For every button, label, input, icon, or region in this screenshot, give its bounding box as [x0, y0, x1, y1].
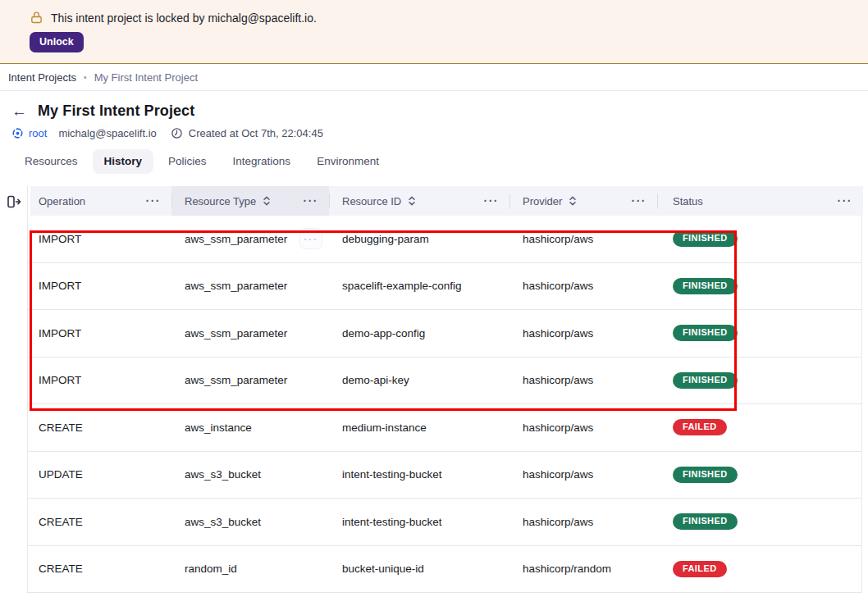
cell-resource-id: intent-testing-bucket: [329, 468, 509, 481]
column-menu-icon[interactable]: ···: [838, 195, 853, 207]
sort-icon[interactable]: [568, 195, 578, 207]
table-row[interactable]: UPDATE aws_s3_bucket intent-testing-buck…: [28, 452, 861, 499]
cell-operation: IMPORT: [30, 374, 171, 386]
cell-resource-id: medium-instance: [329, 421, 509, 434]
cell-resource-type: aws_s3_bucket: [171, 516, 329, 528]
cell-status: FAILED: [657, 561, 861, 577]
tab-integrations[interactable]: Integrations: [222, 149, 303, 174]
column-menu-icon[interactable]: ···: [146, 195, 162, 207]
status-badge: FINISHED: [673, 372, 738, 389]
cell-operation: IMPORT: [30, 233, 171, 245]
breadcrumb-current-project[interactable]: My First Intent Project: [94, 71, 198, 84]
column-label-status: Status: [673, 195, 703, 207]
table-header-row: Operation ··· Resource Type ··· Resource…: [30, 186, 863, 216]
space-name: root: [29, 127, 47, 139]
tab-policies[interactable]: Policies: [157, 149, 218, 174]
owner-email: michalg@spacelift.io: [58, 127, 156, 139]
cell-status: FINISHED: [657, 230, 861, 247]
column-label-resource-type: Resource Type: [185, 195, 256, 207]
lock-banner-message: This intent project is locked by michalg…: [51, 11, 317, 25]
created-at-label: Created at Oct 7th, 22:04:45: [189, 127, 323, 139]
cell-resource-type: aws_instance: [171, 421, 329, 434]
tab-resources[interactable]: Resources: [13, 149, 89, 174]
row-menu-button[interactable]: ···: [299, 228, 322, 249]
sort-icon[interactable]: [407, 195, 417, 207]
cell-resource-type: aws_ssm_parameter ···: [171, 228, 329, 249]
cell-status: FINISHED: [657, 513, 861, 530]
cell-resource-type: aws_s3_bucket: [171, 468, 329, 481]
column-header-resource-id[interactable]: Resource ID ···: [329, 186, 509, 216]
cell-provider: hashicorp/aws: [509, 280, 657, 292]
tab-environment[interactable]: Environment: [305, 149, 391, 174]
column-header-provider[interactable]: Provider ···: [509, 186, 657, 216]
table-row[interactable]: CREATE aws_s3_bucket intent-testing-buck…: [28, 499, 861, 546]
expand-panel-icon[interactable]: [5, 193, 23, 211]
unlock-button[interactable]: Unlock: [30, 32, 84, 52]
lock-icon: [30, 11, 43, 25]
cell-status: FINISHED: [657, 278, 861, 294]
space-icon: [11, 127, 24, 139]
space-link-root[interactable]: root: [11, 127, 47, 139]
table-row[interactable]: IMPORT aws_ssm_parameter demo-api-key ha…: [28, 358, 861, 405]
cell-provider: hashicorp/random: [509, 563, 657, 575]
table-row[interactable]: IMPORT aws_ssm_parameter ··· debugging-p…: [28, 216, 861, 263]
column-menu-icon[interactable]: ···: [304, 195, 319, 207]
cell-resource-id: demo-app-config: [329, 327, 509, 339]
page-title: My First Intent Project: [38, 103, 194, 120]
cell-status: FINISHED: [657, 372, 861, 389]
cell-resource-id: demo-api-key: [329, 374, 509, 386]
status-badge: FAILED: [673, 419, 727, 435]
cell-resource-type: random_id: [171, 563, 329, 575]
cell-resource-id: bucket-unique-id: [329, 563, 509, 575]
status-badge: FINISHED: [673, 325, 738, 341]
cell-provider: hashicorp/aws: [509, 468, 657, 481]
cell-operation: CREATE: [30, 563, 171, 575]
status-badge: FAILED: [673, 561, 727, 577]
cell-provider: hashicorp/aws: [509, 374, 657, 386]
column-label-operation: Operation: [39, 195, 85, 207]
column-header-operation[interactable]: Operation ···: [30, 186, 171, 216]
cell-resource-id: spacelift-example-config: [329, 280, 509, 292]
back-arrow-icon[interactable]: ←: [11, 103, 27, 119]
column-label-resource-id: Resource ID: [342, 195, 401, 207]
cell-resource-type: aws_ssm_parameter: [171, 327, 329, 339]
clock-icon: [171, 127, 183, 139]
created-at: Created at Oct 7th, 22:04:45: [171, 127, 323, 139]
lock-banner: This intent project is locked by michalg…: [0, 0, 868, 64]
cell-resource-type: aws_ssm_parameter: [171, 374, 329, 386]
cell-resource-id: intent-testing-bucket: [329, 516, 509, 528]
table-row[interactable]: CREATE random_id bucket-unique-id hashic…: [28, 546, 861, 594]
tab-bar: Resources History Policies Integrations …: [11, 149, 857, 174]
column-label-provider: Provider: [523, 195, 562, 207]
table-row[interactable]: IMPORT aws_ssm_parameter spacelift-examp…: [28, 263, 861, 311]
cell-operation: CREATE: [30, 516, 171, 528]
cell-operation: UPDATE: [30, 468, 171, 481]
cell-operation: IMPORT: [30, 327, 171, 339]
status-badge: FINISHED: [673, 513, 738, 530]
sort-icon[interactable]: [262, 195, 272, 207]
cell-status: FINISHED: [657, 325, 861, 341]
cell-provider: hashicorp/aws: [509, 233, 657, 245]
column-menu-icon[interactable]: ···: [632, 195, 647, 207]
cell-provider: hashicorp/aws: [509, 327, 657, 339]
breadcrumb-separator: •: [84, 73, 87, 82]
cell-operation: CREATE: [30, 421, 171, 434]
cell-resource-type: aws_ssm_parameter: [171, 280, 329, 292]
table-row[interactable]: IMPORT aws_ssm_parameter demo-app-config…: [28, 310, 861, 358]
column-header-resource-type[interactable]: Resource Type ···: [171, 186, 329, 216]
resource-type-value: aws_ssm_parameter: [185, 233, 287, 245]
column-header-status[interactable]: Status ···: [657, 186, 863, 216]
table-row[interactable]: CREATE aws_instance medium-instance hash…: [28, 404, 861, 452]
breadcrumb-intent-projects[interactable]: Intent Projects: [8, 71, 76, 84]
cell-status: FAILED: [657, 419, 861, 435]
history-table: Operation ··· Resource Type ··· Resource…: [0, 186, 868, 593]
status-badge: FINISHED: [673, 278, 738, 294]
breadcrumb: Intent Projects • My First Intent Projec…: [0, 64, 868, 91]
cell-status: FINISHED: [657, 467, 861, 483]
page-header: ← My First Intent Project root michalg@s…: [0, 91, 868, 174]
cell-resource-id: debugging-param: [329, 233, 509, 245]
column-menu-icon[interactable]: ···: [484, 195, 500, 207]
cell-provider: hashicorp/aws: [509, 516, 657, 528]
cell-provider: hashicorp/aws: [509, 421, 657, 434]
tab-history[interactable]: History: [93, 149, 154, 174]
